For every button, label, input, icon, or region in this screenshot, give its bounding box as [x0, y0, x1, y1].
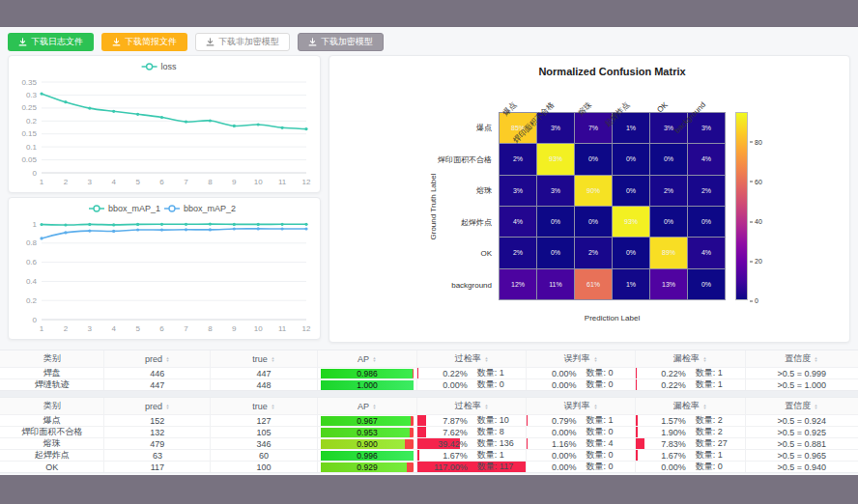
cell-value: 90%	[586, 187, 600, 194]
svg-text:7: 7	[184, 324, 188, 333]
download-encrypted-model-button[interactable]: 下载加密模型	[298, 33, 384, 51]
download-icon	[112, 38, 121, 46]
rate-count: 数量: 2	[686, 415, 745, 426]
heatmap-cell: 0%	[650, 144, 687, 174]
svg-text:5: 5	[135, 324, 140, 333]
svg-text:4: 4	[112, 324, 117, 333]
sorter-icon[interactable]: ▲▼	[814, 404, 818, 409]
cell-value: 7%	[588, 125, 598, 131]
sorter-icon[interactable]: ▲▼	[271, 404, 275, 409]
download-report-button[interactable]: 下载简报文件	[101, 33, 187, 51]
cell-conf: >0.5 = 0.999	[746, 368, 858, 378]
download-toolbar: 下载日志文件下载简报文件下载非加密模型下载加密模型	[8, 33, 384, 51]
cell-cls: OK	[0, 462, 104, 472]
svg-text:0.3: 0.3	[26, 91, 38, 99]
column-label: 过检率	[455, 352, 481, 365]
colorbar	[735, 112, 748, 300]
sorter-icon[interactable]: ▲▼	[593, 356, 598, 362]
svg-text:3: 3	[88, 178, 93, 186]
cell-cls: 焊印面积不合格	[0, 427, 104, 437]
ap-bar-track: 0.986	[321, 369, 415, 378]
ap-bar-track: 0.996	[321, 451, 415, 461]
ap-value: 0.953	[321, 428, 415, 437]
cell-over: 7.87%数量: 10	[417, 415, 527, 426]
cell-miss: 0.22%数量: 1	[636, 379, 746, 390]
heatmap-cell: 2%	[500, 144, 536, 174]
sorter-icon[interactable]: ▲▼	[165, 404, 170, 409]
heatmap-cell: 13%	[650, 269, 687, 299]
rate-count: 数量: 27	[686, 438, 745, 449]
column-label: 误判率	[564, 352, 590, 365]
cell-over: 117.00%数量: 117	[417, 462, 527, 472]
ap-bar-track: 0.929	[321, 462, 415, 472]
sorter-icon[interactable]: ▲▼	[702, 356, 707, 362]
cell-miss: 0.00%数量: 0	[636, 462, 746, 472]
ap-bar-track: 0.967	[321, 416, 415, 426]
sorter-icon[interactable]: ▲▼	[271, 356, 275, 362]
svg-text:12: 12	[302, 324, 311, 333]
row-label: 焊印面积不合格	[329, 154, 492, 164]
column-header-pred: pred▲▼	[104, 350, 211, 367]
cell-over: 7.62%数量: 8	[417, 427, 527, 437]
rate-count: 数量: 0	[577, 462, 635, 472]
cell-conf: >0.5 = 0.881	[746, 438, 858, 449]
rate-count: 数量: 1	[686, 379, 745, 390]
cell-miss: 7.83%数量: 27	[636, 438, 746, 449]
sorter-icon[interactable]: ▲▼	[165, 356, 170, 362]
cell-value: 89%	[662, 249, 675, 256]
rate-percent: 0.00%	[527, 462, 576, 472]
rate-percent: 0.79%	[527, 416, 576, 426]
download-plain-model-button[interactable]: 下载非加密模型	[195, 33, 290, 51]
cell-mis: 0.00%数量: 0	[527, 379, 636, 390]
svg-text:1: 1	[33, 220, 38, 229]
cell-pred: 132	[104, 427, 211, 437]
svg-text:2: 2	[64, 178, 69, 186]
sorter-icon[interactable]: ▲▼	[484, 356, 489, 362]
rate-count: 数量: 0	[577, 368, 635, 378]
svg-text:0.2: 0.2	[26, 296, 38, 305]
rate-count: 数量: 1	[686, 368, 745, 378]
legend-item-loss[interactable]: loss	[142, 62, 178, 71]
cell-mis: 0.00%数量: 0	[527, 427, 636, 437]
column-label: 类别	[43, 400, 61, 412]
cell-miss: 0.22%数量: 1	[636, 368, 746, 378]
column-header-cls: 类别	[0, 398, 104, 414]
legend-item-bbox_mAP_1[interactable]: bbox_mAP_1	[89, 204, 160, 213]
heatmap-cell: 61%	[575, 269, 612, 299]
cell-value: 0%	[626, 187, 636, 194]
cell-mis: 0.00%数量: 0	[527, 368, 636, 378]
heatmap-cell: 2%	[650, 176, 687, 206]
table-header-row: 类别pred▲▼true▲▼AP▲▼过检率▲▼误判率▲▼漏检率▲▼置信度▲▼	[0, 350, 858, 367]
sorter-icon[interactable]: ▲▼	[484, 404, 489, 409]
cell-mis: 1.16%数量: 4	[527, 438, 636, 449]
cell-value: 4%	[513, 218, 523, 225]
ap-bar-track: 0.953	[321, 428, 415, 437]
ap-value: 0.929	[321, 462, 415, 472]
svg-text:5: 5	[135, 178, 140, 186]
sorter-icon[interactable]: ▲▼	[593, 404, 598, 409]
download-icon	[308, 38, 317, 46]
legend-item-bbox_mAP_2[interactable]: bbox_mAP_2	[164, 204, 236, 213]
cell-value: 0%	[701, 218, 711, 225]
sorter-icon[interactable]: ▲▼	[372, 404, 377, 409]
cell-conf: >0.5 = 0.924	[746, 415, 858, 426]
row-label: 熔珠	[329, 185, 492, 196]
cell-pred: 63	[104, 450, 211, 461]
sorter-icon[interactable]: ▲▼	[814, 356, 818, 362]
column-header-mis: 误判率▲▼	[527, 398, 636, 414]
colorbar-tick: 0	[750, 297, 758, 304]
heatmap-grid: 85%3%7%1%3%3%2%93%0%0%0%4%3%3%90%0%2%2%4…	[499, 112, 726, 300]
rate-count: 数量: 0	[577, 450, 635, 461]
column-label: 漏检率	[673, 400, 700, 412]
ap-value: 1.000	[321, 380, 415, 390]
heatmap-cell: 0%	[613, 238, 649, 267]
download-log-button[interactable]: 下载日志文件	[8, 33, 94, 51]
cell-value: 2%	[513, 155, 523, 162]
column-label: AP	[358, 402, 369, 411]
heatmap-cell: 0%	[575, 144, 612, 174]
cell-value: 4%	[701, 249, 711, 256]
sorter-icon[interactable]: ▲▼	[702, 404, 707, 409]
cell-over: 39.42%数量: 136	[417, 438, 527, 449]
svg-text:3: 3	[88, 324, 93, 333]
sorter-icon[interactable]: ▲▼	[372, 356, 377, 362]
